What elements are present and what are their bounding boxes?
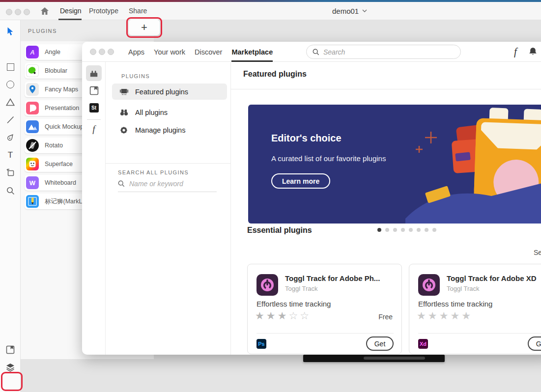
minimize-window-button[interactable] xyxy=(15,9,21,15)
modal-minimize-button[interactable] xyxy=(99,49,105,55)
plugin-card-toggl-ps[interactable]: Toggl Track for Adobe Ph... Toggl Track … xyxy=(247,264,402,354)
xd-badge: Xd xyxy=(418,339,428,349)
pen-tool-icon[interactable] xyxy=(0,130,21,145)
search-input[interactable] xyxy=(323,48,460,56)
document-title-dropdown[interactable]: demo01 xyxy=(332,2,367,20)
fancy-maps-plugin-icon xyxy=(26,83,39,96)
marketplace-nav: PLUGINS Featured plugins All plugins Man… xyxy=(106,62,231,355)
get-button[interactable]: Get xyxy=(366,336,394,351)
tab-apps[interactable]: Apps xyxy=(128,42,144,62)
content-heading: Featured plugins xyxy=(243,70,307,79)
zoom-window-button[interactable] xyxy=(24,9,30,15)
see-all-link[interactable]: See all xyxy=(534,249,541,256)
carousel-dots[interactable] xyxy=(377,228,436,232)
marketplace-icon-strip: St f xyxy=(82,62,106,355)
adobe-fonts-strip-icon[interactable]: f xyxy=(82,124,106,135)
editors-choice-banner: Editor's choice A curated list of our fa… xyxy=(248,105,541,224)
carousel-dot[interactable] xyxy=(401,228,405,232)
plugin-name: Superface xyxy=(45,161,73,168)
presentation-plugin-icon xyxy=(26,102,39,114)
carousel-dot[interactable] xyxy=(417,228,421,232)
plugins-panel-title: PLUGINS xyxy=(28,28,57,34)
card-vendor: Toggl Track xyxy=(447,285,479,292)
tab-marketplace[interactable]: Marketplace xyxy=(231,42,273,62)
learn-more-button[interactable]: Learn more xyxy=(271,173,330,189)
zoom-tool-icon[interactable] xyxy=(0,183,21,198)
angle-plugin-icon: A xyxy=(26,46,39,58)
search-all-plugins-label: SEARCH ALL PLUGINS xyxy=(118,169,189,175)
tab-your-work[interactable]: Your work xyxy=(154,42,185,62)
toggl-track-icon xyxy=(418,274,440,296)
get-button[interactable]: Get xyxy=(528,336,541,351)
marketplace-search[interactable] xyxy=(306,45,461,59)
photoshop-badge: Ps xyxy=(256,339,266,349)
tab-discover[interactable]: Discover xyxy=(195,42,222,62)
card-vendor: Toggl Track xyxy=(285,285,317,292)
content-divider xyxy=(231,89,541,89)
text-tool-icon[interactable]: T xyxy=(0,148,21,163)
plugins-section-icon[interactable] xyxy=(86,65,102,81)
close-window-button[interactable] xyxy=(6,9,12,15)
marketplace-window: Apps Your work Discover Marketplace f St… xyxy=(82,42,541,355)
carousel-dot[interactable] xyxy=(432,228,436,232)
card-title: Toggl Track for Adobe Ph... xyxy=(285,274,380,282)
card-description: Effortless time tracking xyxy=(256,300,331,308)
plugin-name: Quick Mockup xyxy=(45,123,84,130)
superface-plugin-icon xyxy=(26,158,39,170)
nav-section-label: PLUGINS xyxy=(121,73,150,79)
banner-subtitle: A curated list of our favorite plugins xyxy=(271,154,386,163)
manage-plugins-gear-icon xyxy=(118,126,129,135)
nav-item-featured-plugins[interactable]: Featured plugins xyxy=(112,84,227,100)
all-plugins-binoculars-icon xyxy=(118,108,129,116)
marklion-plugin-icon xyxy=(26,195,39,208)
annotation-highlight-add-plugin xyxy=(126,17,162,38)
whiteboard-plugin-icon: W xyxy=(26,176,39,189)
modal-zoom-button[interactable] xyxy=(108,49,114,55)
card-divider xyxy=(256,333,394,334)
plugin-search-input[interactable] xyxy=(129,180,208,188)
adobe-stock-icon[interactable]: St xyxy=(82,103,106,112)
nav-item-manage-plugins[interactable]: Manage plugins xyxy=(112,122,227,138)
carousel-dot[interactable] xyxy=(385,228,389,232)
plugin-name: Whiteboard xyxy=(45,179,76,186)
plugin-card-toggl-xd[interactable]: Toggl Track for Adobe XD Toggl Track Eff… xyxy=(409,264,541,354)
ellipse-tool-icon[interactable] xyxy=(0,77,21,92)
card-description: Effortless time tracking xyxy=(418,300,492,308)
chevron-down-icon xyxy=(362,9,367,12)
toggl-track-icon xyxy=(256,274,278,296)
banner-illustration xyxy=(400,105,541,224)
modal-close-button[interactable] xyxy=(90,49,96,55)
home-icon[interactable] xyxy=(38,3,51,18)
library-bookmark-icon[interactable] xyxy=(82,86,106,95)
left-toolbar: T xyxy=(0,20,21,392)
rotato-plugin-icon xyxy=(26,139,39,152)
plugin-name: Rotato xyxy=(45,142,63,149)
notifications-bell-icon[interactable] xyxy=(528,47,538,58)
plugin-search-underline xyxy=(118,192,217,192)
artboard-tool-icon[interactable] xyxy=(0,166,21,180)
line-tool-icon[interactable] xyxy=(0,112,21,127)
rectangle-tool-icon[interactable] xyxy=(0,59,21,74)
canvas-artboard-object-detail xyxy=(364,357,425,360)
marketplace-header: Apps Your work Discover Marketplace f xyxy=(82,42,541,62)
card-title: Toggl Track for Adobe XD xyxy=(447,274,537,282)
featured-plugins-icon xyxy=(118,87,129,96)
plugin-name: Blobular xyxy=(45,67,67,74)
polygon-tool-icon[interactable] xyxy=(0,95,21,110)
marketplace-content: Featured plugins xyxy=(231,62,541,355)
tab-design[interactable]: Design xyxy=(60,2,82,20)
app-titlebar: Design Prototype Share demo01 xyxy=(0,2,541,20)
plugin-search-field[interactable] xyxy=(118,180,219,188)
strip-divider xyxy=(87,119,101,120)
carousel-dot[interactable] xyxy=(393,228,397,232)
carousel-dot[interactable] xyxy=(377,228,381,232)
blobular-plugin-icon xyxy=(26,64,39,77)
assets-panel-icon[interactable] xyxy=(0,342,21,357)
tab-prototype[interactable]: Prototype xyxy=(89,2,118,20)
nav-item-all-plugins[interactable]: All plugins xyxy=(112,104,227,120)
select-tool-icon[interactable] xyxy=(0,24,21,39)
screen: { "glyphs": { "plus": "+", "text_tool": … xyxy=(0,0,541,392)
carousel-dot[interactable] xyxy=(409,228,413,232)
adobe-fonts-icon[interactable]: f xyxy=(510,45,521,58)
carousel-dot[interactable] xyxy=(425,228,428,232)
